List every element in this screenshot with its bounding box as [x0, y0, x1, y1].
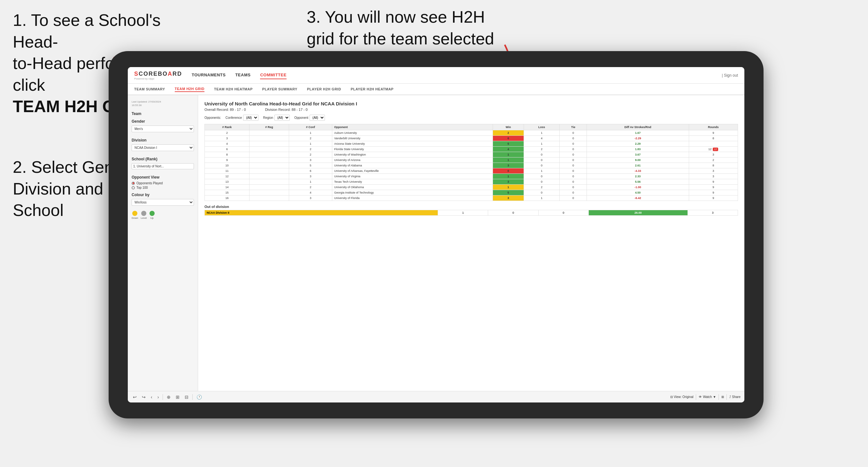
cell-opponent: University of Arizona: [332, 157, 493, 163]
cell-conf: 2: [289, 185, 332, 190]
sub-nav-team-h2h-heatmap[interactable]: TEAM H2H HEATMAP: [214, 87, 253, 92]
legend-up-label: Up: [150, 217, 153, 219]
cell-diff: 2.33: [587, 174, 689, 179]
cell-tie: 0: [560, 168, 587, 174]
grid-view-button[interactable]: ⊞: [721, 395, 724, 399]
view-original[interactable]: ⊟ View: Original: [670, 395, 693, 399]
cell-rounds: 1217: [689, 147, 738, 152]
cell-win: 3: [493, 179, 524, 185]
colour-by-select[interactable]: Win/loss: [132, 199, 194, 206]
table-row: 16 3 University of Florida 3 1 0 -6.42 9: [205, 195, 738, 201]
watch-button[interactable]: 👁 Watch ▼: [699, 395, 716, 399]
cell-opponent: Vanderbilt University: [332, 136, 493, 141]
cell-conf: 1: [289, 141, 332, 147]
cell-opponent: Texas Tech University: [332, 179, 493, 185]
division-select[interactable]: NCAA Division I: [132, 145, 194, 151]
gender-select[interactable]: Men's: [132, 126, 194, 132]
cell-win: 4: [493, 147, 524, 152]
school-input[interactable]: [132, 163, 194, 169]
cell-reg: [249, 147, 289, 152]
cell-rank: 13: [205, 179, 249, 185]
cell-diff: 9.00: [587, 157, 689, 163]
cell-tie: 0: [560, 141, 587, 147]
clock-button[interactable]: 🕐: [195, 394, 203, 400]
sub-nav-team-h2h-grid[interactable]: TEAM H2H GRID: [175, 86, 205, 92]
logo-accent: S: [134, 71, 138, 77]
cell-rounds: 3: [689, 168, 738, 174]
nav-tournaments[interactable]: TOURNAMENTS: [192, 71, 225, 79]
out-tie: 0: [538, 210, 588, 216]
out-of-division: Out of division NCAA Division II 1 0 0 2…: [205, 205, 738, 216]
team-label: Team: [132, 112, 194, 116]
opponents-played-label: Opponents Played: [136, 181, 163, 185]
cell-opponent: University of Florida: [332, 195, 493, 201]
cell-reg: [249, 174, 289, 179]
paste-button[interactable]: ⊞: [175, 394, 181, 400]
conference-select[interactable]: (All): [243, 115, 258, 121]
legend-level-circle: [141, 211, 146, 216]
nav-committee[interactable]: COMMITTEE: [260, 71, 286, 79]
cell-reg: [249, 152, 289, 157]
table-row: 11 6 University of Arkansas, Fayettevill…: [205, 168, 738, 174]
top100-radio[interactable]: Top 100: [132, 186, 194, 189]
cell-win: 1: [493, 157, 524, 163]
opponents-played-radio[interactable]: Opponents Played: [132, 181, 194, 185]
share-button[interactable]: ⤴ Share: [730, 395, 741, 399]
cell-diff: 2.29: [587, 141, 689, 147]
nav-teams[interactable]: TEAMS: [235, 71, 250, 79]
more-button[interactable]: ⊟: [183, 394, 190, 400]
ann3-line1: 3. You will now see H2H: [307, 8, 485, 26]
sub-nav-player-h2h-heatmap[interactable]: PLAYER H2H HEATMAP: [351, 87, 394, 92]
toolbar-sep5: [726, 394, 727, 400]
cell-rounds: 9: [689, 179, 738, 185]
ann2-line2: Division and: [13, 180, 103, 198]
region-label: Region: [263, 116, 273, 120]
cell-opponent: University of Washington: [332, 152, 493, 157]
back-button[interactable]: ‹: [150, 394, 154, 400]
watch-label: Watch: [703, 395, 712, 399]
cell-opponent: University of Oklahoma: [332, 185, 493, 190]
undo-button[interactable]: ↩: [132, 394, 138, 400]
cell-conf: 2: [289, 152, 332, 157]
table-row: 4 1 Arizona State University 5 1 0 2.29: [205, 141, 738, 147]
cell-win: 5: [493, 190, 524, 195]
opponent-filter: Opponent (All): [294, 115, 325, 121]
grid-title: University of North Carolina Head-to-Hea…: [205, 101, 738, 106]
cell-rank: 6: [205, 147, 249, 152]
cell-tie: 0: [560, 179, 587, 185]
sign-out-button[interactable]: | Sign out: [722, 73, 738, 77]
cell-diff: -4.33: [587, 168, 689, 174]
cell-loss: 0: [524, 157, 560, 163]
table-row: 3 2 Vanderbilt University 0 4 0 -2.29 8: [205, 136, 738, 141]
out-diff: 26.00: [588, 210, 687, 216]
cell-reg: [249, 190, 289, 195]
cell-conf: 1: [289, 179, 332, 185]
division-record: Division Record: 88 - 17 - 0: [265, 107, 308, 112]
redo-button[interactable]: ↪: [141, 394, 147, 400]
cell-reg: [249, 136, 289, 141]
cell-reg: [249, 195, 289, 201]
col-loss: Loss: [524, 124, 560, 130]
sub-nav-player-summary[interactable]: PLAYER SUMMARY: [262, 87, 298, 92]
cell-loss: 1: [524, 141, 560, 147]
legend-level: Level: [141, 211, 147, 219]
region-select[interactable]: (All): [274, 115, 290, 121]
cell-opponent: Florida State University: [332, 147, 493, 152]
cell-conf: 2: [289, 147, 332, 152]
cell-conf: 1: [289, 130, 332, 136]
forward-button[interactable]: ›: [156, 394, 160, 400]
cell-tie: 0: [560, 157, 587, 163]
sub-nav-player-h2h-grid[interactable]: PLAYER H2H GRID: [307, 87, 341, 92]
cell-rank: 12: [205, 174, 249, 179]
table-row: 14 2 University of Oklahoma 1 2 0 -1.00 …: [205, 185, 738, 190]
grid-records: Overall Record: 89 - 17 - 0 Division Rec…: [205, 107, 738, 112]
opponents-label: Opponents:: [205, 116, 221, 120]
table-row: 13 1 Texas Tech University 3 0 0 5.56 9: [205, 179, 738, 185]
copy-button[interactable]: ⊕: [165, 394, 172, 400]
cell-rounds: [689, 141, 738, 147]
tablet-screen: SCOREBOARD Powered by clippi TOURNAMENTS…: [128, 67, 744, 403]
cell-rank: 8: [205, 152, 249, 157]
cell-conf: 4: [289, 190, 332, 195]
sub-nav-team-summary[interactable]: TEAM SUMMARY: [134, 87, 165, 92]
opponent-select[interactable]: (All): [310, 115, 325, 121]
